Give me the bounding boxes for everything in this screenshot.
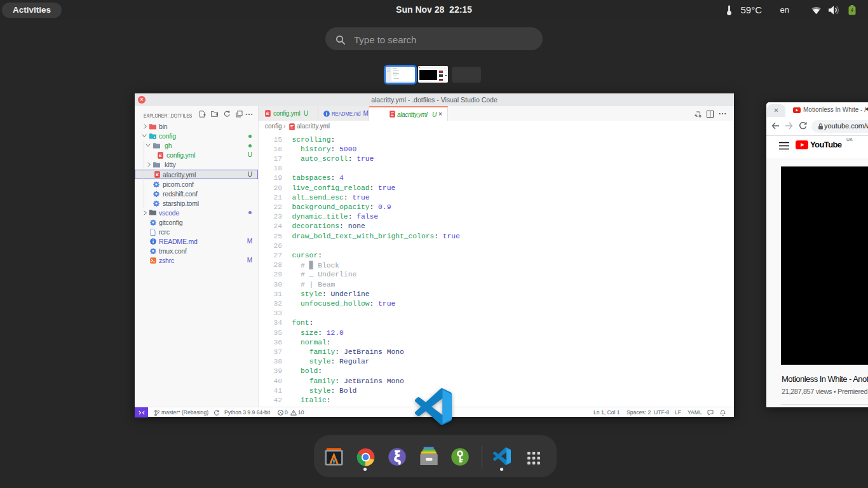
svg-text:ξ: ξ <box>394 448 401 464</box>
